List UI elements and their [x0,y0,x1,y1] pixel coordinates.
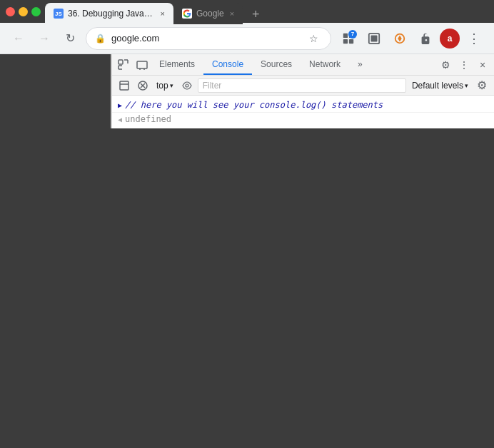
devtools-panel: Elements Console Sources Network » ⚙ [112,54,494,128]
console-undefined-entry: ◀ undefined [112,113,494,126]
back-icon: ← [13,32,24,45]
close-icon: × [480,59,485,71]
browser-content-area: Elements Console Sources Network » ⚙ [0,54,494,128]
devtools-tabs: Elements Console Sources Network » [151,54,437,75]
levels-dropdown-icon: ▾ [465,82,468,89]
console-filter-input[interactable] [198,78,406,93]
lock-icon: 🔒 [95,34,106,44]
svg-rect-11 [120,81,128,90]
context-label: top [156,81,168,91]
console-settings-icon: ⚙ [477,78,487,92]
dock-mode-button[interactable] [116,78,132,93]
device-toggle-button[interactable] [133,56,151,73]
console-arrow-0[interactable]: ▶ [118,100,122,109]
devtools-right-icons: ⚙ ⋮ × [437,56,491,73]
svg-rect-3 [349,39,353,43]
console-entry-0: ▶ // here you will see your console.log(… [112,98,494,113]
console-settings-button[interactable]: ⚙ [474,78,490,93]
window-close-button[interactable] [6,7,15,16]
extension-button-2[interactable] [363,27,385,50]
settings-icon: ⚙ [441,59,450,71]
extensions-button[interactable] [414,27,437,50]
forward-button[interactable]: → [34,29,54,49]
profile-button[interactable]: a [440,29,460,49]
console-output: ▶ // here you will see your console.log(… [112,96,494,128]
extension-tab-manager[interactable]: 7 [337,27,360,50]
devtools-toolbar: Elements Console Sources Network » ⚙ [112,54,494,76]
context-selector[interactable]: top ▾ [153,79,176,92]
console-text-0: // here you will see your console.log() … [125,100,383,110]
address-bar[interactable]: 🔒 google.com ☆ [86,27,331,50]
tab-google[interactable]: Google × [173,3,243,24]
tab-more[interactable]: » [349,54,371,75]
svg-point-16 [186,84,188,87]
undefined-arrow: ◀ [118,116,122,123]
tab-elements[interactable]: Elements [151,54,203,75]
back-button[interactable]: ← [9,29,29,49]
tab-console[interactable]: Console [203,54,252,75]
tab-title-google: Google [196,9,224,19]
chrome-menu-button[interactable]: ⋮ [463,27,485,50]
reload-button[interactable]: ↻ [60,29,80,49]
tab-favicon-debugging: JS [54,9,64,19]
toolbar-actions: 7 a ⋮ [337,27,485,50]
window-minimize-button[interactable] [19,7,28,16]
tab-title-debugging: 36. Debugging JavaScrip [68,9,155,19]
title-bar: JS 36. Debugging JavaScrip × Google × + [0,0,494,23]
new-tab-button[interactable]: + [246,4,266,24]
more-icon: ⋮ [459,59,469,71]
svg-rect-5 [371,35,378,41]
tab-network[interactable]: Network [301,54,349,75]
svg-rect-7 [119,60,123,64]
reload-icon: ↻ [66,31,75,45]
devtools-left-icons [115,56,151,73]
address-text: google.com [111,33,299,44]
devtools-close-button[interactable]: × [474,56,491,73]
bookmark-icon[interactable]: ☆ [305,30,322,47]
default-levels-label: Default levels [412,81,463,91]
devtools-settings-button[interactable]: ⚙ [437,56,454,73]
svg-rect-8 [137,61,147,68]
tab-favicon-google [182,9,192,19]
tab-manager-badge: 7 [348,30,357,39]
clear-console-button[interactable] [135,78,151,93]
tab-close-debugging[interactable]: × [161,9,165,18]
dropdown-icon: ▾ [170,82,173,89]
tab-close-google[interactable]: × [230,9,234,18]
tab-bar: JS 36. Debugging JavaScrip × Google × + [45,0,488,24]
inspect-element-button[interactable] [115,56,132,73]
address-actions: ☆ [305,30,322,47]
window-controls [6,7,41,16]
live-expressions-button[interactable] [179,78,195,93]
extension-button-3[interactable] [388,27,411,50]
default-levels-selector[interactable]: Default levels ▾ [409,79,471,92]
devtools-secondary-toolbar: top ▾ Default levels ▾ ⚙ [112,76,494,96]
browser-toolbar: ← → ↻ 🔒 google.com ☆ 7 [0,23,494,54]
tab-debugging[interactable]: JS 36. Debugging JavaScrip × [45,3,173,24]
undefined-text: undefined [125,114,171,124]
forward-icon: → [39,32,50,45]
tab-sources[interactable]: Sources [252,54,301,75]
svg-rect-2 [343,39,348,43]
devtools-more-button[interactable]: ⋮ [455,56,473,73]
svg-rect-0 [343,33,348,37]
window-maximize-button[interactable] [31,7,41,16]
menu-icon: ⋮ [468,31,480,46]
